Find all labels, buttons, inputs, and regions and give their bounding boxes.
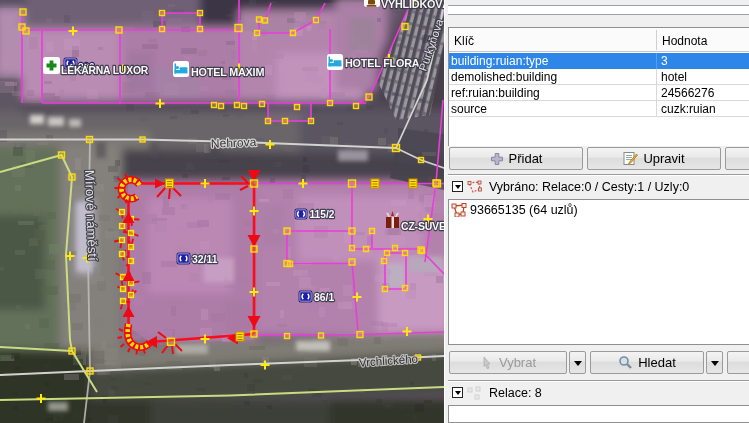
svg-text:115/2: 115/2	[310, 209, 335, 220]
svg-text:VYHLÍDKOVÁ K: VYHLÍDKOVÁ K	[381, 0, 444, 10]
svg-text:Mírové náměstí: Mírové náměstí	[82, 170, 100, 262]
svg-text:32/11: 32/11	[192, 254, 218, 265]
svg-text:Nehrova: Nehrova	[211, 135, 257, 151]
svg-text:LÉKÁRNA LUXOR: LÉKÁRNA LUXOR	[61, 64, 149, 76]
svg-text:HOTEL FLORA: HOTEL FLORA	[345, 57, 420, 69]
svg-text:HOTEL MAXIM: HOTEL MAXIM	[191, 66, 264, 78]
svg-text:CZ-SUVEN: CZ-SUVEN	[401, 220, 444, 232]
svg-text:86/1: 86/1	[314, 292, 334, 303]
